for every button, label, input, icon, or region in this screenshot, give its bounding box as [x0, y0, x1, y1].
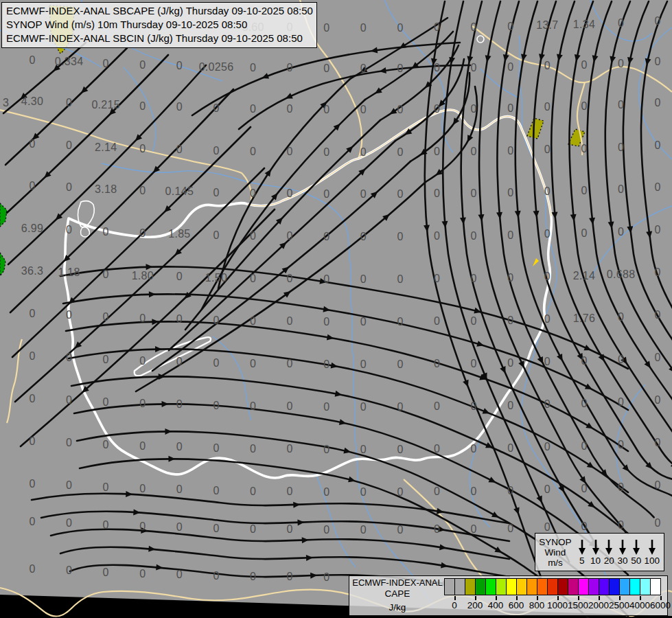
- gridpoint-value: 0: [213, 442, 219, 455]
- gridpoint-value: 0.334: [55, 56, 84, 68]
- gridpoint-value: 0: [250, 443, 256, 455]
- gridpoint-value: 0: [287, 315, 293, 328]
- gridpoint-value: 0: [360, 401, 367, 413]
- gridpoint-value: 0: [397, 22, 403, 34]
- gridpoint-value: 0: [471, 230, 477, 242]
- gridpoint-value: 0: [287, 400, 293, 413]
- gridpoint-value: 0: [507, 21, 513, 33]
- gridpoint-value: 0: [544, 313, 551, 325]
- cape-color-swatch: [506, 578, 517, 595]
- gridpoint-value: 0: [544, 356, 551, 368]
- gridpoint-value: 0: [397, 188, 403, 201]
- gridpoint-value: 0: [139, 100, 146, 113]
- gridpoint-value: 0: [103, 226, 109, 238]
- gridpoint-value: 0: [471, 146, 477, 158]
- gridpoint-value: 0: [323, 104, 329, 116]
- gridpoint-value: 0: [323, 401, 329, 413]
- gridpoint-value: 0: [323, 273, 329, 286]
- title-box: ECMWF-INDEX-ANAL SBCAPE (J/kg) Thursday …: [1, 2, 317, 48]
- gridpoint-value: 0: [287, 485, 293, 498]
- gridpoint-value: 0: [434, 485, 440, 498]
- cape-color-swatch: [444, 578, 455, 595]
- gridpoint-value: 0: [618, 311, 624, 323]
- gridpoint-value: 0: [287, 146, 293, 158]
- gridpoint-value: 0: [176, 101, 183, 113]
- gridpoint-value: 0: [507, 229, 513, 242]
- gridpoint-value: 0: [507, 357, 513, 369]
- gridpoint-value: 0: [250, 571, 256, 583]
- gridpoint-value: 0: [655, 309, 661, 321]
- gridpoint-value: 0: [618, 226, 624, 238]
- down-arrow-icon: [617, 538, 628, 556]
- gridpoint-value: 0: [323, 358, 329, 371]
- gridpoint-value: 0: [66, 479, 72, 492]
- gridpoint-value: 0: [103, 396, 109, 409]
- cape-color-swatch: [568, 578, 579, 595]
- gridpoint-value: 0: [103, 58, 109, 70]
- gridpoint-value: 6.99: [21, 222, 43, 235]
- gridpoint-value: 0: [360, 62, 367, 75]
- gridpoint-value: 0: [213, 357, 219, 369]
- gridpoint-value: 0: [176, 271, 183, 283]
- gridpoint-value: 0: [655, 181, 661, 194]
- gridpoint-value: 0: [618, 519, 624, 531]
- gridpoint-value: 2.14: [573, 270, 595, 282]
- gridpoint-value: 0: [250, 523, 256, 536]
- wind-legend: SYNOP Wind m/s 510203050100: [535, 533, 664, 571]
- gridpoint-value: 0: [323, 188, 329, 201]
- gridpoint-value: 0: [544, 271, 551, 283]
- cape-color-swatch: [588, 578, 599, 595]
- gridpoint-value: 0: [287, 571, 293, 583]
- gridpoint-value: 0: [434, 315, 440, 328]
- gridpoint-value: 0: [397, 146, 403, 159]
- gridpoint-value: 0: [471, 21, 477, 34]
- gridpoint-value: 1.85: [168, 228, 190, 240]
- cape-colorbar: [444, 578, 660, 595]
- wind-speed-label: 10: [590, 556, 601, 566]
- gridpoint-value: 0: [103, 311, 109, 323]
- gridpoint-value: 0: [618, 141, 624, 154]
- cape-tick-label: 6000: [650, 600, 671, 610]
- gridpoint-value: 0: [66, 224, 72, 236]
- gridpoint-value: 0: [66, 309, 72, 321]
- gridpoint-value: 0: [323, 571, 329, 584]
- gridpoint-value: 0: [434, 21, 440, 34]
- cape-color-swatch: [496, 578, 507, 595]
- cape-tick-label: 0: [452, 600, 457, 610]
- wind-speed-item: 20: [603, 538, 614, 566]
- gridpoint-value: 0: [434, 523, 440, 536]
- cape-tick-label: 2500: [609, 600, 629, 610]
- gridpoint-value: 0: [581, 59, 587, 71]
- gridpoint-values-layer: 5.60000000013.71.340000.3340000.02560000…: [0, 0, 672, 618]
- gridpoint-value: 0: [139, 143, 146, 155]
- wind-speed-item: 100: [645, 538, 660, 566]
- gridpoint-value: 3.18: [95, 183, 117, 196]
- gridpoint-value: 0: [213, 523, 219, 535]
- gridpoint-value: 0: [176, 313, 183, 325]
- gridpoint-value: 0: [323, 146, 329, 159]
- gridpoint-value: 0: [655, 56, 661, 68]
- gridpoint-value: 0: [360, 316, 367, 328]
- gridpoint-value: 0: [250, 103, 256, 115]
- gridpoint-value: 1.50: [205, 272, 227, 284]
- cape-color-swatch: [475, 578, 486, 595]
- gridpoint-value: 1.34: [573, 19, 595, 31]
- gridpoint-value: 0: [213, 485, 219, 497]
- gridpoint-value: 0: [360, 273, 367, 286]
- gridpoint-value: 0: [618, 396, 624, 409]
- gridpoint-value: 0: [507, 61, 513, 73]
- down-arrow-icon: [631, 538, 642, 556]
- gridpoint-value: 0: [471, 187, 477, 200]
- gridpoint-value: 0: [507, 485, 513, 497]
- gridpoint-value: 0: [139, 355, 146, 367]
- title-line-sbcape: ECMWF-INDEX-ANAL SBCAPE (J/kg) Thursday …: [6, 4, 312, 18]
- gridpoint-value: 0: [397, 401, 403, 413]
- gridpoint-value: 0: [434, 62, 440, 74]
- gridpoint-value: 0: [103, 481, 109, 494]
- gridpoint-value: 0: [29, 563, 35, 575]
- gridpoint-value: 0: [287, 523, 293, 536]
- gridpoint-value: 0: [139, 227, 146, 240]
- gridpoint-value: 0: [360, 486, 367, 499]
- gridpoint-value: 0: [139, 59, 146, 71]
- gridpoint-value: 0: [29, 308, 35, 320]
